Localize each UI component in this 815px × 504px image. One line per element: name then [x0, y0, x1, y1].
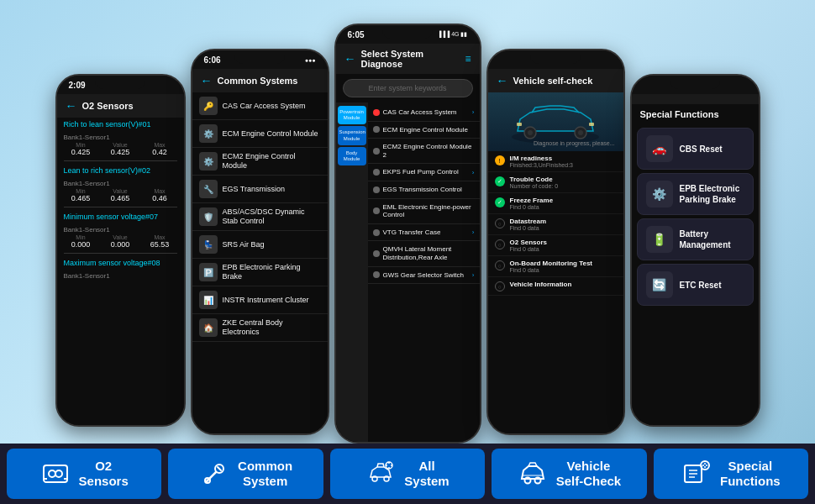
check-item-im[interactable]: ! I/M readiness Finished:3,UnFinished:3	[488, 151, 623, 172]
svg-point-4	[578, 130, 583, 135]
selfcheck-header: ← Vehicle self-check	[488, 69, 623, 92]
sensor-group-2: Bank1-Sensor1 Min 0.465 Value 0.465	[57, 177, 184, 204]
diag-item[interactable]: ECM2 Engine Control Module 2	[368, 139, 480, 164]
phone-notch	[670, 76, 720, 89]
check-item-data[interactable]: ○ Datastream Find 0 data	[488, 214, 623, 235]
check-title: O2 Sensors	[510, 239, 547, 246]
nav-special-functions[interactable]: SpecialFunctions	[654, 449, 808, 499]
diag-item[interactable]: EGS Transmission Control	[368, 181, 480, 199]
list-item[interactable]: 🛡️ ABS/ACS/DSC Dynamic Stab Control	[192, 203, 328, 231]
value-col: Value 0.425	[103, 142, 138, 156]
nav-common-system[interactable]: CommonSystem	[168, 449, 323, 499]
phone-o2sensors: 2:09 ← O2 Sensors Rich to lean sensor(V)…	[55, 74, 186, 427]
item-name: ECM2 Engine Control Module 2	[383, 143, 475, 159]
svg-point-3	[528, 130, 533, 135]
status-dot	[373, 207, 380, 214]
check-item-trouble[interactable]: ✓ Trouble Code Number of code: 0	[488, 172, 623, 193]
nav-vehicle-selfcheck[interactable]: VehicleSelf-Check	[492, 449, 646, 499]
instr-icon: 📊	[199, 291, 218, 309]
phone-selfcheck: ← Vehicle self-check	[486, 49, 625, 435]
item-name: EKPS Fuel Pump Control	[383, 168, 469, 176]
screen-common-systems: ← Common Systems 🔑 CAS Car Access System…	[192, 69, 328, 433]
check-title: On-Board Monitoring Test	[510, 260, 593, 267]
ecm2-icon: ⚙️	[199, 152, 218, 171]
list-item[interactable]: 🔧 EGS Transmission	[192, 176, 328, 203]
status-icon-gray-2: ○	[495, 239, 505, 249]
diag-item[interactable]: EML Electronic Engine-power Control	[368, 199, 480, 224]
check-item-freeze[interactable]: ✓ Freeze Frame Find 0 data	[488, 193, 623, 214]
body-module[interactable]: Body Module	[338, 147, 366, 165]
status-icon-green-2: ✓	[495, 197, 505, 207]
abs-name: ABS/ACS/DSC Dynamic Stab Control	[223, 207, 321, 226]
sensor-values: Min 0.425 Value 0.425 Max 0.42	[64, 142, 177, 156]
sensor-values-3: Min 0.000 Value 0.000 Max 65.53	[64, 234, 177, 249]
sensor-subtitle: Bank1-Sensor1	[64, 133, 177, 142]
back-icon[interactable]: ←	[201, 74, 213, 87]
etc-item[interactable]: 🔄 ETC Reset	[637, 264, 754, 306]
svg-point-8	[49, 470, 55, 477]
etc-icon: 🔄	[646, 271, 673, 298]
epb-icon-sf: ⚙️	[646, 181, 673, 207]
app-header: ← O2 Sensors	[57, 94, 184, 118]
list-item[interactable]: 🔑 CAS Car Access System	[192, 92, 328, 120]
check-item-vehicle-info[interactable]: ○ Vehicle Information	[488, 277, 623, 296]
nav-all-system[interactable]: AllSystem	[330, 449, 485, 499]
list-item[interactable]: 📊 INSTR Instrument Cluster	[192, 286, 328, 314]
diag-item[interactable]: CAS Car Access System ›	[368, 104, 480, 122]
list-item[interactable]: 🏠 ZKE Central Body Electronics	[192, 314, 328, 342]
epb-label: EPB Electronic Parking Brake	[680, 183, 744, 205]
status-icon-yellow: !	[495, 155, 505, 165]
sensor-group-3: Bank1-Sensor1 Min 0.000 Value 0.000	[57, 223, 184, 250]
status-icon-gray-4: ○	[495, 281, 505, 291]
cbs-icon: 🚗	[646, 135, 673, 162]
sensor-label-2: Lean to rich sensor(V)#02	[57, 164, 184, 177]
bottom-nav-bar: O2Sensors CommonSystem	[0, 444, 815, 504]
list-item[interactable]: 💺 SRS Air Bag	[192, 231, 328, 259]
diag-item[interactable]: GWS Gear Selector Switch ›	[368, 267, 480, 285]
check-title: Vehicle Information	[510, 281, 572, 288]
diag-item[interactable]: ECM Engine Control Module	[368, 122, 480, 139]
arrow-icon: ›	[472, 169, 475, 176]
list-item[interactable]: 🅿️ EPB Electronic Parking Brake	[192, 259, 328, 286]
svg-point-25	[701, 461, 709, 470]
nav-o2sensors[interactable]: O2Sensors	[7, 449, 161, 499]
back-icon-sc[interactable]: ←	[497, 74, 508, 87]
back-icon-diag[interactable]: ←	[344, 52, 356, 66]
check-item-onboard[interactable]: ○ On-Board Monitoring Test Find 0 data	[488, 256, 623, 277]
powertrain-module[interactable]: Powertrain Module	[338, 106, 366, 124]
status-dot	[373, 169, 380, 176]
suspension-module[interactable]: Suspension Module	[338, 126, 366, 144]
wrench-nav-icon	[199, 459, 229, 489]
svg-rect-5	[589, 123, 594, 126]
epb-item[interactable]: ⚙️ EPB Electronic Parking Brake	[637, 173, 754, 215]
o2-nav-icon	[40, 459, 71, 489]
diag-item[interactable]: QMVH Lateral Moment Distribution,Rear Ax…	[368, 241, 480, 266]
arrow-icon: ›	[472, 228, 475, 236]
item-name: ECM Engine Control Module	[383, 126, 475, 134]
phone-notch	[530, 50, 581, 64]
item-name: EGS Transmission Control	[383, 186, 475, 194]
item-name: GWS Gear Selector Switch	[383, 271, 469, 280]
status-dot	[373, 109, 380, 116]
battery-item[interactable]: 🔋 Battery Management	[637, 218, 754, 260]
screen-diagnose: ← Select System Diagnose ≡ Enter system …	[336, 44, 480, 442]
check-item-o2[interactable]: ○ O2 Sensors Find 0 data	[488, 235, 623, 256]
cbs-reset-item[interactable]: 🚗 CBS Reset	[637, 128, 754, 170]
special-list: 🚗 CBS Reset ⚙️ EPB Electronic Parking Br…	[632, 124, 759, 309]
arrow-icon: ›	[472, 108, 475, 116]
status-dot	[373, 229, 380, 236]
search-bar[interactable]: Enter system keywords	[343, 79, 473, 97]
status-dot	[373, 148, 380, 155]
back-arrow-icon[interactable]: ←	[66, 99, 77, 113]
diag-item[interactable]: EKPS Fuel Pump Control ›	[368, 164, 480, 181]
check-sub: Find 0 data	[510, 225, 547, 231]
special-header	[632, 94, 759, 104]
status-time: 2:09	[69, 81, 86, 90]
sensor-group-4: Bank1-Sensor1	[57, 270, 184, 282]
check-title: Freeze Frame	[510, 197, 554, 204]
list-item[interactable]: ⚙️ ECM2 Engine Control Module	[192, 148, 328, 176]
diag-item[interactable]: VTG Transfer Case ›	[368, 224, 480, 242]
list-item[interactable]: ⚙️ ECM Engine Control Module	[192, 120, 328, 148]
checklist: ! I/M readiness Finished:3,UnFinished:3 …	[488, 151, 623, 296]
menu-icon[interactable]: ≡	[465, 53, 471, 65]
